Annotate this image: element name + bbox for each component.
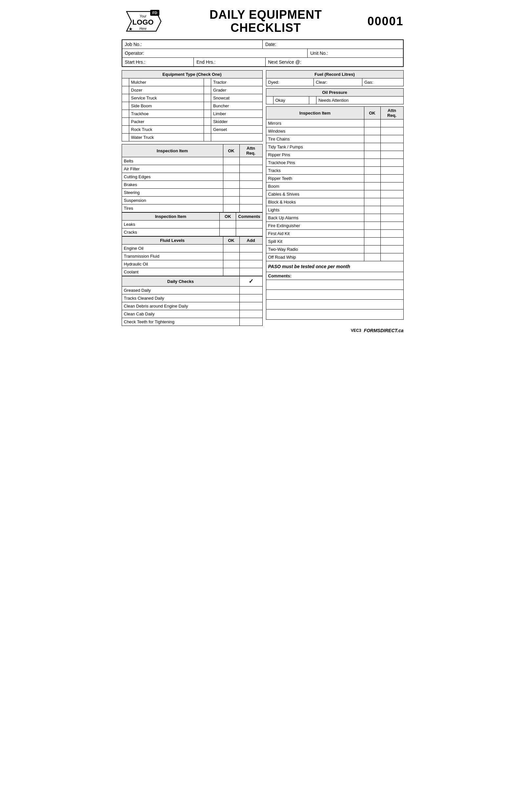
insp-right-attn-cell[interactable] [380, 151, 403, 159]
insp-right-ok-cell[interactable] [364, 143, 380, 151]
equip-right-checkbox[interactable] [204, 102, 211, 110]
insp-left-ok-cell[interactable] [223, 197, 239, 204]
equip-right-checkbox[interactable] [204, 86, 211, 94]
daily-checks-cell[interactable] [239, 294, 262, 302]
fluid-ok-cell[interactable] [223, 252, 239, 260]
insp-comments-cell[interactable] [236, 229, 262, 236]
equip-right-checkbox[interactable] [204, 118, 211, 126]
insp-right-ok-cell[interactable] [364, 214, 380, 222]
comment-line-1[interactable] [266, 280, 403, 290]
daily-checks-cell[interactable] [239, 318, 262, 326]
insp-left-attn-cell[interactable] [239, 197, 262, 204]
insp-right-attn-cell[interactable] [380, 127, 403, 135]
oil-needs-attention-checkbox[interactable] [309, 97, 316, 104]
fluid-ok-cell[interactable] [223, 268, 239, 276]
insp-left-ok-cell[interactable] [223, 165, 239, 173]
equip-right-checkbox[interactable] [204, 78, 211, 86]
insp-left-ok-cell[interactable] [223, 204, 239, 212]
fluid-add-cell[interactable] [239, 268, 262, 276]
insp-right-ok-cell[interactable] [364, 198, 380, 206]
equip-left-checkbox[interactable] [122, 118, 129, 126]
insp-right-ok-cell[interactable] [364, 190, 380, 198]
insp-right-ok-cell[interactable] [364, 222, 380, 230]
insp-right-attn-cell[interactable] [380, 175, 403, 183]
insp-right-attn-cell[interactable] [380, 143, 403, 151]
equip-left-checkbox[interactable] [122, 78, 129, 86]
fluid-ok-cell[interactable] [223, 260, 239, 268]
insp-comments-ok-cell[interactable] [220, 220, 236, 229]
insp-right-ok-cell[interactable] [364, 246, 380, 253]
insp-left-ok-cell[interactable] [223, 189, 239, 197]
insp-right-ok-cell[interactable] [364, 151, 380, 159]
equipment-row: Water Truck [122, 134, 262, 142]
insp-left-attn-cell[interactable] [239, 181, 262, 189]
insp-right-ok-cell[interactable] [364, 167, 380, 175]
equip-left-checkbox[interactable] [122, 134, 129, 142]
insp-right-attn-cell[interactable] [380, 246, 403, 253]
inspection-right-table: Inspection Item OK Attn Req. Mirrors Win… [266, 106, 404, 261]
insp-left-ok-cell[interactable] [223, 173, 239, 181]
inspection-right-row: Back Up Alarms [266, 214, 403, 222]
oil-okay-checkbox[interactable] [266, 97, 273, 104]
insp-right-attn-cell[interactable] [380, 237, 403, 246]
insp-left-item: Belts [122, 157, 223, 165]
equip-left-checkbox[interactable] [122, 86, 129, 94]
insp-left-attn-cell[interactable] [239, 173, 262, 181]
comment-line-4[interactable] [266, 309, 403, 319]
insp-right-attn-cell[interactable] [380, 183, 403, 190]
insp-right-ok-cell[interactable] [364, 206, 380, 214]
insp-right-ok-cell[interactable] [364, 230, 380, 237]
insp-right-attn-cell[interactable] [380, 190, 403, 198]
comment-line-3[interactable] [266, 300, 403, 309]
fluid-item: Engine Oil [122, 245, 223, 252]
comment-line-2[interactable] [266, 290, 403, 300]
insp-left-attn-cell[interactable] [239, 165, 262, 173]
insp-right-attn-cell[interactable] [380, 222, 403, 230]
insp-right-ok-cell[interactable] [364, 175, 380, 183]
equip-left-checkbox[interactable] [122, 94, 129, 102]
equip-left-checkbox[interactable] [122, 102, 129, 110]
fluid-add-cell[interactable] [239, 252, 262, 260]
insp-right-ok-cell[interactable] [364, 127, 380, 135]
insp-right-attn-cell[interactable] [380, 206, 403, 214]
equip-left-checkbox[interactable] [122, 126, 129, 134]
insp-right-attn-cell[interactable] [380, 159, 403, 167]
insp-right-ok-cell[interactable] [364, 253, 380, 261]
insp-left-attn-cell[interactable] [239, 157, 262, 165]
insp-right-attn-cell[interactable] [380, 135, 403, 143]
daily-checks-cell[interactable] [239, 302, 262, 310]
insp-right-attn-cell[interactable] [380, 230, 403, 237]
insp-left-attn-cell[interactable] [239, 189, 262, 197]
fluid-ok-cell[interactable] [223, 245, 239, 252]
insp-right-attn-cell[interactable] [380, 198, 403, 206]
daily-checks-checkmark[interactable]: ✓ [239, 276, 262, 287]
equip-right-checkbox[interactable] [204, 134, 211, 142]
insp-right-ok-cell[interactable] [364, 237, 380, 246]
fluid-add-cell[interactable] [239, 260, 262, 268]
insp-right-ok-cell[interactable] [364, 135, 380, 143]
insp-right-attn-cell[interactable] [380, 214, 403, 222]
insp-right-attn-cell[interactable] [380, 253, 403, 261]
insp-comments-cell[interactable] [236, 220, 262, 229]
insp-right-attn-cell[interactable] [380, 119, 403, 127]
equip-right-checkbox[interactable] [204, 110, 211, 118]
inspection-right-row: Two-Way Radio [266, 246, 403, 253]
equip-right-checkbox[interactable] [204, 94, 211, 102]
equip-right-checkbox[interactable] [204, 126, 211, 134]
insp-comments-ok-cell[interactable] [220, 229, 236, 236]
insp-right-ok-cell[interactable] [364, 183, 380, 190]
daily-checks-cell[interactable] [239, 310, 262, 318]
insp-right-attn-cell[interactable] [380, 167, 403, 175]
insp-left-ok-cell[interactable] [223, 181, 239, 189]
insp-left-ok-cell[interactable] [223, 157, 239, 165]
equip-left-checkbox[interactable] [122, 110, 129, 118]
fluid-add-cell[interactable] [239, 245, 262, 252]
insp-right-ok-cell[interactable] [364, 119, 380, 127]
daily-checks-row: Greased Daily [122, 287, 262, 294]
insp-left-attn-cell[interactable] [239, 204, 262, 212]
daily-checks-cell[interactable] [239, 287, 262, 294]
insp-right-ok-cell[interactable] [364, 159, 380, 167]
insp-right-item: Tracks [266, 167, 364, 175]
start-hrs-cell: Start Hrs.: [122, 58, 194, 66]
inspection-right-row: Boom [266, 183, 403, 190]
